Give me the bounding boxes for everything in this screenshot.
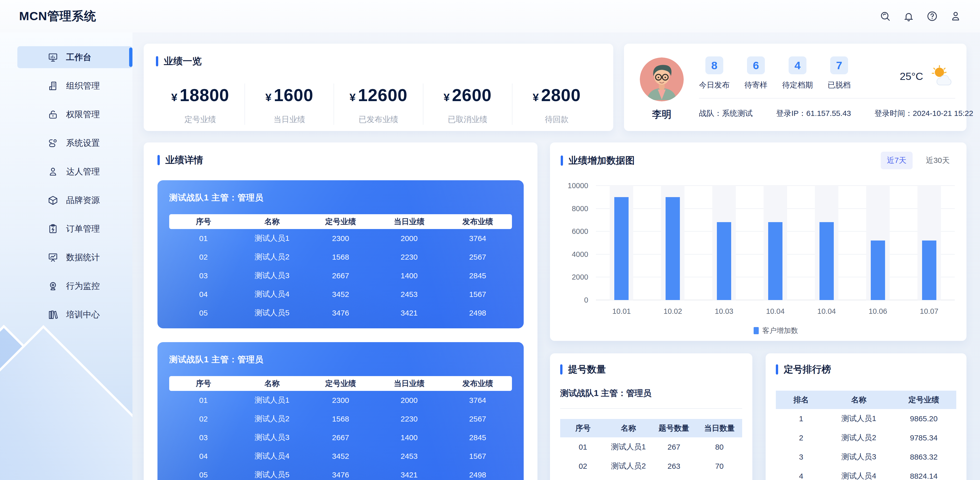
overview-title: 业绩一览	[164, 55, 202, 68]
permission-icon	[48, 109, 59, 120]
table-cell: 1	[776, 415, 826, 423]
weather-box: 25°C	[900, 64, 954, 89]
table-cell: 测试人员1	[606, 442, 651, 452]
table-row: 05测试人员5347634212498	[169, 304, 512, 322]
profile-badge: 4待定档期	[782, 56, 813, 90]
column-header: 排名	[776, 395, 826, 405]
stat-number: 1600	[274, 85, 313, 105]
sidebar-item-brand[interactable]: 品牌资源	[18, 189, 132, 211]
sidebar-item-behavior-monitor[interactable]: 行为监控	[18, 275, 132, 297]
table-cell: 04	[169, 290, 238, 299]
profile-badge: 7已脱档	[828, 56, 851, 90]
table-cell: 3764	[443, 234, 512, 243]
card-title: 提号数量	[560, 363, 742, 376]
table-cell: 测试人员4	[826, 471, 891, 480]
column-header: 发布业绩	[443, 378, 512, 389]
chart-band	[815, 186, 838, 300]
table-row: 4测试人员48824.14	[776, 466, 956, 480]
table-cell: 2230	[375, 415, 444, 423]
sidebar-item-label: 工作台	[66, 51, 91, 63]
chart-bar	[717, 222, 731, 300]
stat-label: 已发布业绩	[334, 114, 423, 125]
order-icon	[48, 223, 59, 234]
table-cell: 3764	[443, 396, 512, 405]
card-title: 业绩详情	[158, 154, 524, 166]
range-toggle[interactable]: 近7天	[881, 151, 913, 169]
chart-legend: 客户增加数	[596, 326, 956, 335]
column-header: 序号	[560, 423, 606, 434]
stat-value: ¥2600	[423, 85, 512, 105]
stat-value: ¥12600	[334, 85, 423, 105]
stat-item: ¥2600已取消业绩	[423, 83, 512, 125]
chart-column	[852, 186, 904, 300]
table-cell: 2567	[443, 415, 512, 423]
column-header: 当日业绩	[375, 217, 444, 227]
title-accent-bar	[560, 364, 563, 375]
profile-card: 李明 8今日发布6待寄样4待定档期7已脱档 25°C 战队：系统测试登录IP：6	[624, 44, 966, 131]
profile-divider	[699, 98, 955, 99]
table-cell: 测试人员2	[606, 461, 651, 471]
range-toggle[interactable]: 近30天	[920, 151, 956, 169]
card-title: 业绩一览	[156, 55, 601, 68]
profile-right-column: 8今日发布6待寄样4待定档期7已脱档 25°C 战队：系统测试登录IP：61.1…	[699, 56, 955, 131]
sidebar-item-workbench[interactable]: 工作台	[18, 46, 132, 68]
sidebar-item-training[interactable]: 培训中心	[18, 304, 132, 325]
table-row: 02测试人员226370	[560, 456, 742, 476]
talent-icon	[48, 166, 59, 177]
table-row: 03测试人员3266714002845	[169, 266, 512, 285]
stat-label: 当日业绩	[245, 114, 334, 125]
legend-label: 客户增加数	[762, 326, 798, 335]
sidebar-item-organization[interactable]: 组织管理	[18, 75, 132, 97]
chart-band	[764, 186, 787, 300]
sidebar-item-label: 订单管理	[66, 223, 100, 234]
profile-badge: 6待寄样	[745, 56, 767, 90]
help-icon[interactable]	[925, 10, 939, 23]
table-cell: 80	[697, 443, 742, 451]
table-cell: 2453	[375, 452, 444, 461]
table-cell: 8863.32	[891, 453, 956, 461]
x-axis-tick: 10.02	[647, 307, 698, 316]
sidebar-item-statistics[interactable]: 数据统计	[18, 246, 132, 268]
organization-icon	[48, 80, 59, 91]
sidebar-item-permission[interactable]: 权限管理	[18, 104, 132, 125]
y-axis-tick: 10000	[568, 182, 588, 190]
sidebar-item-talent[interactable]: 达人管理	[18, 161, 132, 183]
table-cell: 1567	[443, 452, 512, 461]
table-cell: 02	[560, 462, 606, 470]
table-header-row: 序号名称定号业绩当日业绩发布业绩	[169, 214, 512, 229]
user-icon[interactable]	[949, 10, 962, 23]
stat-item: ¥1600当日业绩	[245, 83, 334, 125]
stat-item: ¥18800定号业绩	[156, 83, 245, 125]
column-header: 序号	[169, 217, 238, 227]
table-cell: 03	[169, 433, 238, 442]
profile-avatar-column: 李明	[639, 56, 685, 131]
y-axis-tick: 8000	[572, 204, 588, 213]
table-row: 03测试人员3266714002845	[169, 428, 512, 447]
table-cell: 3476	[306, 470, 375, 479]
stat-label: 定号业绩	[156, 114, 245, 125]
profile-badges: 8今日发布6待寄样4待定档期7已脱档	[699, 56, 851, 90]
table-cell: 测试人员4	[238, 289, 307, 300]
draw-count-title: 提号数量	[568, 363, 606, 376]
y-axis-tick: 0	[584, 296, 588, 305]
table-cell: 测试人员3	[238, 432, 307, 443]
sidebar: 工作台组织管理权限管理系统设置达人管理品牌资源订单管理数据统计行为监控培训中心	[0, 32, 132, 480]
table-cell: 04	[169, 452, 238, 461]
table-header-row: 序号名称定号业绩当日业绩发布业绩	[169, 376, 512, 391]
table-cell: 测试人员4	[238, 451, 307, 461]
bell-icon[interactable]	[902, 10, 915, 23]
table-header-row: 排名名称定号业绩	[776, 391, 956, 409]
column-header: 序号	[169, 378, 238, 389]
column-header: 名称	[606, 423, 651, 434]
table-row: 01测试人员126780	[560, 437, 742, 456]
column-header: 名称	[238, 378, 307, 389]
search-icon[interactable]	[878, 10, 892, 23]
sidebar-item-system-settings[interactable]: 系统设置	[18, 132, 132, 154]
profile-badge: 8今日发布	[699, 56, 730, 90]
column-header: 名称	[826, 395, 891, 405]
performance-overview-card: 业绩一览 ¥18800定号业绩¥1600当日业绩¥12600已发布业绩¥2600…	[144, 44, 613, 131]
table-cell: 测试人员3	[238, 270, 307, 281]
sidebar-item-order[interactable]: 订单管理	[18, 218, 132, 240]
table-cell: 267	[651, 443, 697, 451]
chart-band	[661, 186, 684, 300]
